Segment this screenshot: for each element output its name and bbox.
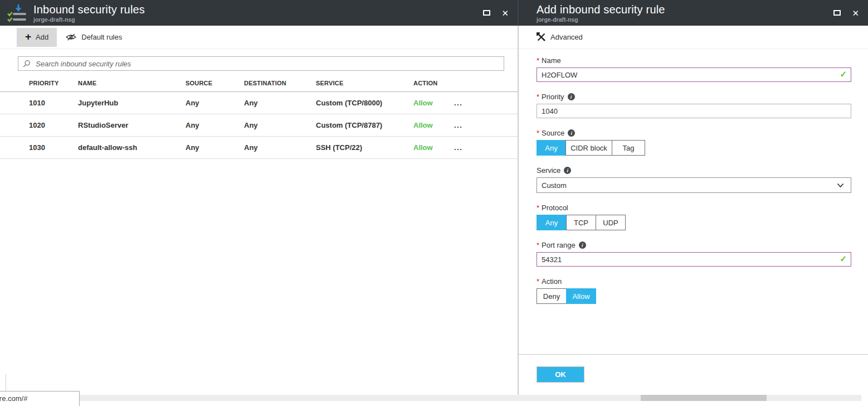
name-input[interactable] — [537, 67, 851, 82]
valid-check-icon: ✓ — [840, 254, 847, 263]
required-asterisk: * — [537, 93, 539, 101]
required-asterisk: * — [537, 129, 539, 137]
valid-check-icon: ✓ — [840, 70, 847, 78]
cell-name: RStudioServer — [78, 121, 186, 129]
eye-slash-icon — [65, 33, 77, 41]
info-icon[interactable]: i — [568, 93, 575, 100]
left-blade-header: Inbound security rules jorge-draft-nsg ✕ — [0, 0, 518, 26]
required-asterisk: * — [537, 241, 539, 249]
action-option-allow[interactable]: Allow — [566, 288, 596, 304]
cell-destination: Any — [244, 99, 316, 107]
add-icon: + — [25, 31, 31, 42]
table-row-default-allow-ssh[interactable]: 1030 default-allow-ssh Any Any SSH (TCP/… — [0, 137, 518, 159]
left-blade-subtitle: jorge-draft-nsg — [33, 16, 145, 23]
protocol-option-any[interactable]: Any — [537, 215, 567, 230]
cell-action: Allow — [413, 99, 454, 107]
cell-destination: Any — [244, 121, 316, 129]
source-option-cidr-block[interactable]: CIDR block — [565, 140, 612, 156]
cell-source: Any — [186, 121, 244, 129]
cell-source: Any — [186, 99, 244, 107]
ok-button[interactable]: OK — [537, 366, 584, 383]
right-blade-footer: OK — [519, 354, 868, 395]
cell-destination: Any — [244, 143, 316, 152]
advanced-button[interactable]: Advanced — [537, 28, 583, 47]
horizontal-scrollbar[interactable] — [0, 395, 861, 401]
info-icon[interactable]: i — [564, 167, 571, 174]
priority-field: * Priority i — [537, 93, 851, 118]
service-select[interactable]: Custom — [537, 177, 851, 193]
protocol-field: * Protocol Any TCP UDP — [537, 204, 851, 230]
default-rules-button[interactable]: Default rules — [57, 28, 130, 47]
col-destination[interactable]: DESTINATION — [244, 80, 316, 86]
priority-label: * Priority i — [537, 93, 851, 101]
name-label: * Name — [537, 56, 851, 65]
port-range-field: * Port range i ✓ — [537, 241, 851, 267]
table-header: PRIORITY NAME SOURCE DESTINATION SERVICE… — [0, 75, 518, 92]
port-range-label: * Port range i — [537, 241, 851, 249]
inbound-rules-icon — [7, 3, 28, 23]
chevron-down-icon — [837, 183, 844, 188]
source-field: * Source i Any CIDR block Tag — [537, 129, 851, 156]
col-priority[interactable]: PRIORITY — [29, 80, 78, 86]
cell-priority: 1020 — [29, 121, 78, 129]
protocol-label: * Protocol — [537, 204, 851, 212]
search-input[interactable] — [35, 59, 499, 69]
right-blade-title: Add inbound security rule — [537, 3, 665, 16]
search-icon — [23, 60, 31, 67]
required-asterisk: * — [537, 277, 539, 286]
maximize-icon[interactable] — [483, 10, 490, 16]
service-select-value: Custom — [542, 181, 567, 190]
port-range-input[interactable] — [537, 252, 851, 267]
action-field: * Action Deny Allow — [537, 277, 851, 304]
table-row-jupyterhub[interactable]: 1010 JupyterHub Any Any Custom (TCP/8000… — [0, 92, 518, 114]
cell-service: Custom (TCP/8000) — [316, 99, 413, 107]
left-blade-title: Inbound security rules — [33, 3, 145, 16]
inbound-security-rules-blade: Inbound security rules jorge-draft-nsg ✕… — [0, 0, 518, 395]
status-url-tooltip: ortal.azure.com/# — [0, 391, 80, 406]
maximize-icon[interactable] — [833, 10, 841, 16]
add-button-label: Add — [36, 33, 48, 41]
cell-action: Allow — [413, 121, 454, 129]
add-rule-form: * Name ✓ * Priority i * Source i — [519, 49, 868, 304]
cell-service: Custom (TCP/8787) — [316, 121, 413, 129]
row-menu-button[interactable]: ... — [454, 121, 480, 129]
add-button[interactable]: + Add — [17, 28, 57, 47]
action-label: * Action — [537, 277, 851, 286]
table-row-rstudioserver[interactable]: 1020 RStudioServer Any Any Custom (TCP/8… — [0, 114, 518, 137]
priority-input[interactable] — [537, 104, 851, 118]
left-blade-toolbar: + Add Default rules — [0, 26, 518, 49]
advanced-label: Advanced — [550, 33, 583, 41]
protocol-option-tcp[interactable]: TCP — [566, 215, 596, 230]
right-blade-header: Add inbound security rule jorge-draft-ns… — [519, 0, 868, 26]
cell-name: JupyterHub — [78, 99, 186, 107]
service-label: Service i — [537, 166, 851, 175]
default-rules-label: Default rules — [81, 33, 122, 41]
col-source[interactable]: SOURCE — [186, 80, 244, 86]
col-action[interactable]: ACTION — [413, 80, 454, 86]
service-field: Service i Custom — [537, 166, 851, 193]
required-asterisk: * — [537, 56, 539, 65]
source-option-any[interactable]: Any — [537, 140, 566, 156]
info-icon[interactable]: i — [568, 129, 575, 137]
row-menu-button[interactable]: ... — [454, 143, 480, 152]
right-blade-toolbar: Advanced — [519, 26, 868, 49]
search-box — [18, 56, 504, 71]
close-icon[interactable]: ✕ — [852, 9, 859, 17]
source-option-tag[interactable]: Tag — [612, 140, 645, 156]
cell-name: default-allow-ssh — [78, 143, 186, 152]
right-blade-subtitle: jorge-draft-nsg — [537, 16, 665, 23]
name-field: * Name ✓ — [537, 56, 851, 82]
required-asterisk: * — [537, 204, 539, 212]
action-option-deny[interactable]: Deny — [537, 288, 567, 304]
col-service[interactable]: SERVICE — [316, 80, 413, 86]
cell-service: SSH (TCP/22) — [316, 143, 413, 152]
row-menu-button[interactable]: ... — [454, 99, 480, 107]
protocol-option-udp[interactable]: UDP — [596, 215, 626, 230]
tools-icon — [537, 32, 546, 42]
source-label: * Source i — [537, 129, 851, 137]
scrollbar-thumb[interactable] — [641, 395, 767, 401]
info-icon[interactable]: i — [579, 241, 586, 249]
close-icon[interactable]: ✕ — [501, 9, 509, 17]
col-name[interactable]: NAME — [78, 80, 186, 86]
add-inbound-rule-blade: Add inbound security rule jorge-draft-ns… — [519, 0, 868, 395]
